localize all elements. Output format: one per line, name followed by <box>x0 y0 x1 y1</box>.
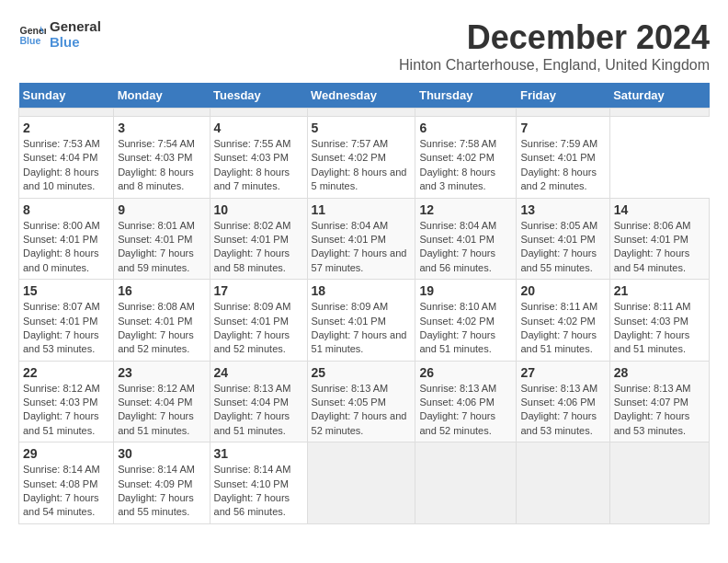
day-info: Sunrise: 7:54 AMSunset: 4:03 PMDaylight:… <box>118 137 205 194</box>
header-friday: Friday <box>517 83 609 109</box>
calendar-cell: 2Sunrise: 7:53 AMSunset: 4:04 PMDaylight… <box>19 117 114 199</box>
calendar-cell: 12Sunrise: 8:04 AMSunset: 4:01 PMDayligh… <box>415 198 517 280</box>
calendar-cell: 5Sunrise: 7:57 AMSunset: 4:02 PMDaylight… <box>307 117 415 199</box>
calendar-cell: 20Sunrise: 8:11 AMSunset: 4:02 PMDayligh… <box>517 280 609 362</box>
calendar-cell: 31Sunrise: 8:14 AMSunset: 4:10 PMDayligh… <box>210 442 307 524</box>
day-info: Sunrise: 8:14 AMSunset: 4:08 PMDaylight:… <box>23 463 109 520</box>
calendar-cell <box>114 109 210 117</box>
day-number: 25 <box>312 365 412 380</box>
calendar-cell: 14Sunrise: 8:06 AMSunset: 4:01 PMDayligh… <box>609 198 709 280</box>
calendar-cell: 23Sunrise: 8:12 AMSunset: 4:04 PMDayligh… <box>114 361 210 442</box>
calendar-week-5: 22Sunrise: 8:12 AMSunset: 4:03 PMDayligh… <box>19 361 710 442</box>
calendar-cell <box>307 442 415 524</box>
day-number: 5 <box>312 121 412 135</box>
day-number: 8 <box>23 202 109 217</box>
day-number: 31 <box>214 446 303 461</box>
day-number: 12 <box>419 202 512 217</box>
day-info: Sunrise: 8:04 AMSunset: 4:01 PMDaylight:… <box>419 219 512 276</box>
day-info: Sunrise: 8:08 AMSunset: 4:01 PMDaylight:… <box>118 300 205 357</box>
calendar-cell: 21Sunrise: 8:11 AMSunset: 4:03 PMDayligh… <box>609 280 709 362</box>
calendar-cell <box>415 109 517 117</box>
day-number: 18 <box>312 283 412 298</box>
calendar-cell <box>609 109 709 117</box>
header-thursday: Thursday <box>415 83 517 109</box>
day-number: 24 <box>214 365 303 380</box>
day-info: Sunrise: 8:11 AMSunset: 4:03 PMDaylight:… <box>614 300 705 357</box>
calendar-cell <box>517 109 609 117</box>
calendar-cell: 16Sunrise: 8:08 AMSunset: 4:01 PMDayligh… <box>114 280 210 362</box>
day-info: Sunrise: 7:57 AMSunset: 4:02 PMDaylight:… <box>312 137 412 194</box>
calendar-cell: 28Sunrise: 8:13 AMSunset: 4:07 PMDayligh… <box>609 361 709 442</box>
logo-line2: Blue <box>50 34 101 50</box>
day-number: 26 <box>419 365 512 380</box>
day-info: Sunrise: 8:02 AMSunset: 4:01 PMDaylight:… <box>214 219 303 276</box>
calendar-cell: 19Sunrise: 8:10 AMSunset: 4:02 PMDayligh… <box>415 280 517 362</box>
day-number: 19 <box>419 283 512 298</box>
day-info: Sunrise: 8:09 AMSunset: 4:01 PMDaylight:… <box>312 300 412 357</box>
day-info: Sunrise: 8:11 AMSunset: 4:02 PMDaylight:… <box>520 300 605 357</box>
header-monday: Monday <box>114 83 210 109</box>
day-number: 16 <box>118 283 205 298</box>
day-info: Sunrise: 8:12 AMSunset: 4:03 PMDaylight:… <box>23 382 109 439</box>
calendar-cell <box>307 109 415 117</box>
calendar-cell: 4Sunrise: 7:55 AMSunset: 4:03 PMDaylight… <box>210 117 307 199</box>
day-info: Sunrise: 8:07 AMSunset: 4:01 PMDaylight:… <box>23 300 109 357</box>
day-info: Sunrise: 7:59 AMSunset: 4:01 PMDaylight:… <box>520 137 605 194</box>
day-info: Sunrise: 7:53 AMSunset: 4:04 PMDaylight:… <box>23 137 109 194</box>
calendar-cell: 29Sunrise: 8:14 AMSunset: 4:08 PMDayligh… <box>19 442 114 524</box>
calendar-cell <box>517 442 609 524</box>
page-subtitle: Hinton Charterhouse, England, United Kin… <box>399 57 710 74</box>
day-info: Sunrise: 8:13 AMSunset: 4:04 PMDaylight:… <box>214 382 303 439</box>
day-number: 20 <box>520 283 605 298</box>
day-number: 21 <box>614 283 705 298</box>
calendar-cell: 15Sunrise: 8:07 AMSunset: 4:01 PMDayligh… <box>19 280 114 362</box>
day-number: 3 <box>118 121 205 135</box>
day-number: 7 <box>520 121 605 135</box>
header-saturday: Saturday <box>609 83 709 109</box>
day-number: 27 <box>520 365 605 380</box>
day-info: Sunrise: 8:14 AMSunset: 4:10 PMDaylight:… <box>214 463 303 520</box>
calendar-week-3: 8Sunrise: 8:00 AMSunset: 4:01 PMDaylight… <box>19 198 710 280</box>
day-info: Sunrise: 8:13 AMSunset: 4:06 PMDaylight:… <box>520 382 605 439</box>
day-info: Sunrise: 8:05 AMSunset: 4:01 PMDaylight:… <box>520 219 605 276</box>
header-sunday: Sunday <box>19 83 114 109</box>
calendar-week-2: 2Sunrise: 7:53 AMSunset: 4:04 PMDaylight… <box>19 117 710 199</box>
day-info: Sunrise: 7:55 AMSunset: 4:03 PMDaylight:… <box>214 137 303 194</box>
day-info: Sunrise: 8:00 AMSunset: 4:01 PMDaylight:… <box>23 219 109 276</box>
day-number: 10 <box>214 202 303 217</box>
header: General Blue General Blue December 2024 … <box>18 18 710 74</box>
day-info: Sunrise: 8:04 AMSunset: 4:01 PMDaylight:… <box>312 219 412 276</box>
calendar-cell: 30Sunrise: 8:14 AMSunset: 4:09 PMDayligh… <box>114 442 210 524</box>
calendar-cell: 7Sunrise: 7:59 AMSunset: 4:01 PMDaylight… <box>517 117 609 199</box>
calendar-cell <box>415 442 517 524</box>
calendar-cell: 3Sunrise: 7:54 AMSunset: 4:03 PMDaylight… <box>114 117 210 199</box>
day-info: Sunrise: 8:14 AMSunset: 4:09 PMDaylight:… <box>118 463 205 520</box>
day-info: Sunrise: 8:10 AMSunset: 4:02 PMDaylight:… <box>419 300 512 357</box>
day-number: 23 <box>118 365 205 380</box>
calendar-cell: 17Sunrise: 8:09 AMSunset: 4:01 PMDayligh… <box>210 280 307 362</box>
day-info: Sunrise: 8:06 AMSunset: 4:01 PMDaylight:… <box>614 219 705 276</box>
logo-line1: General <box>50 18 101 34</box>
day-number: 6 <box>419 121 512 135</box>
page-title: December 2024 <box>399 18 710 57</box>
calendar-cell: 24Sunrise: 8:13 AMSunset: 4:04 PMDayligh… <box>210 361 307 442</box>
calendar-cell: 6Sunrise: 7:58 AMSunset: 4:02 PMDaylight… <box>415 117 517 199</box>
day-info: Sunrise: 8:13 AMSunset: 4:06 PMDaylight:… <box>419 382 512 439</box>
calendar-table: SundayMondayTuesdayWednesdayThursdayFrid… <box>18 83 710 524</box>
day-number: 4 <box>214 121 303 135</box>
calendar-cell: 13Sunrise: 8:05 AMSunset: 4:01 PMDayligh… <box>517 198 609 280</box>
day-info: Sunrise: 8:13 AMSunset: 4:07 PMDaylight:… <box>614 382 705 439</box>
calendar-cell <box>609 442 709 524</box>
day-info: Sunrise: 8:01 AMSunset: 4:01 PMDaylight:… <box>118 219 205 276</box>
day-number: 14 <box>614 202 705 217</box>
calendar-week-4: 15Sunrise: 8:07 AMSunset: 4:01 PMDayligh… <box>19 280 710 362</box>
calendar-header-row: SundayMondayTuesdayWednesdayThursdayFrid… <box>19 83 710 109</box>
calendar-cell: 22Sunrise: 8:12 AMSunset: 4:03 PMDayligh… <box>19 361 114 442</box>
logo-icon: General Blue <box>18 20 46 48</box>
calendar-cell: 9Sunrise: 8:01 AMSunset: 4:01 PMDaylight… <box>114 198 210 280</box>
calendar-cell: 8Sunrise: 8:00 AMSunset: 4:01 PMDaylight… <box>19 198 114 280</box>
day-number: 30 <box>118 446 205 461</box>
calendar-cell: 11Sunrise: 8:04 AMSunset: 4:01 PMDayligh… <box>307 198 415 280</box>
day-number: 22 <box>23 365 109 380</box>
day-number: 11 <box>312 202 412 217</box>
